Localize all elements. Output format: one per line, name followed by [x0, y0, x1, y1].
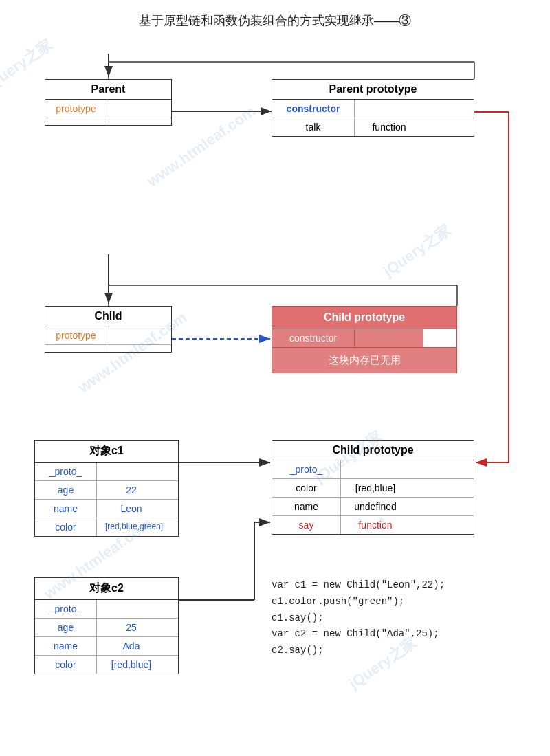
new-proto-color: color [272, 479, 341, 497]
child-proto-old-title: Child prototype [272, 307, 456, 329]
obj-c2-title: 对象c2 [35, 578, 178, 600]
new-proto-proto: _proto_ [272, 460, 341, 478]
child-prototype-arrow [107, 326, 176, 344]
new-proto-say-val: function [341, 516, 410, 534]
child-box-title: Child [45, 307, 171, 326]
code-line-3: c1.say(); [272, 610, 519, 627]
c2-name-val: Ada [97, 637, 166, 655]
parent-proto-talk: talk [272, 118, 355, 136]
child-proto-new-box: Child prototype _proto_ color [red,blue]… [272, 440, 474, 535]
c1-color: color [35, 518, 97, 536]
parent-proto-box: Parent prototype constructor talk functi… [272, 79, 474, 137]
code-line-4: var c2 = new Child("Ada",25); [272, 626, 519, 643]
c1-name-val: Leon [97, 500, 166, 518]
child-box: Child prototype [45, 306, 172, 353]
new-proto-say: say [272, 516, 341, 534]
obj-c1-box: 对象c1 _proto_ age 22 name Leon color [red… [34, 440, 179, 537]
child-proto-old-constructor-val [355, 329, 424, 347]
c2-name: name [35, 637, 97, 655]
child-row2-left [45, 345, 107, 352]
parent-box: Parent prototype [45, 79, 172, 126]
c2-color: color [35, 656, 97, 674]
new-proto-name-val: undefined [341, 498, 410, 515]
c1-age-val: 22 [97, 481, 166, 499]
child-proto-old-box: Child prototype constructor 这块内存已无用 [272, 306, 457, 373]
parent-row2-right [107, 118, 176, 125]
parent-proto-constructor: constructor [272, 100, 355, 118]
parent-row2-left [45, 118, 107, 125]
c2-color-val: [red,blue] [97, 656, 166, 674]
parent-proto-talk-val: function [355, 118, 424, 136]
child-proto-new-title: Child prototype [272, 441, 474, 460]
child-prototype-label: prototype [45, 326, 107, 344]
c2-age: age [35, 619, 97, 636]
parent-prototype-label: prototype [45, 100, 107, 118]
old-memory-text: 这块内存已无用 [272, 348, 456, 373]
page-title: 基于原型链和函数伪装组合的方式实现继承——③ [0, 0, 550, 36]
code-line-2: c1.color.push("green"); [272, 594, 519, 610]
obj-c1-title: 对象c1 [35, 441, 178, 463]
c2-proto: _proto_ [35, 600, 97, 618]
child-row2-right [107, 345, 176, 352]
parent-box-title: Parent [45, 80, 171, 100]
c1-proto-val [97, 463, 166, 480]
c1-color-val: [red,blue,green] [97, 518, 171, 536]
c1-proto: _proto_ [35, 463, 97, 480]
code-section: var c1 = new Child("Leon",22); c1.color.… [272, 577, 519, 659]
parent-prototype-arrow [107, 100, 176, 118]
code-line-1: var c1 = new Child("Leon",22); [272, 577, 519, 594]
c1-name: name [35, 500, 97, 518]
parent-proto-constructor-val [355, 100, 424, 118]
new-proto-color-val: [red,blue] [341, 479, 410, 497]
watermark-3: jQuery之家 [380, 220, 455, 282]
code-line-5: c2.say(); [272, 643, 519, 659]
new-proto-proto-val [341, 460, 410, 478]
c2-age-val: 25 [97, 619, 166, 636]
parent-proto-title: Parent prototype [272, 80, 474, 100]
child-proto-old-constructor: constructor [272, 329, 355, 347]
obj-c2-box: 对象c2 _proto_ age 25 name Ada color [red,… [34, 577, 179, 674]
c2-proto-val [97, 600, 166, 618]
c1-age: age [35, 481, 97, 499]
new-proto-name: name [272, 498, 341, 515]
